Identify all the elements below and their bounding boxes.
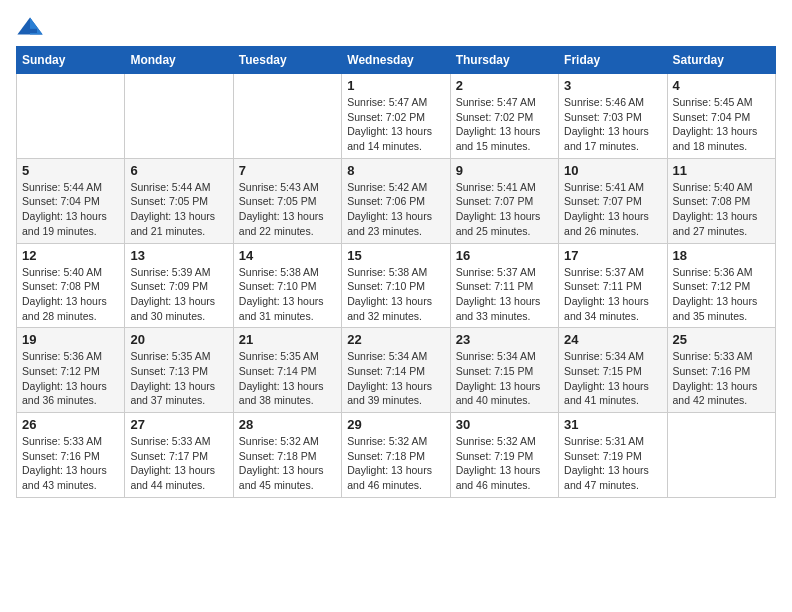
day-info: Sunrise: 5:36 AMSunset: 7:12 PMDaylight:… — [22, 349, 119, 408]
day-info: Sunrise: 5:33 AMSunset: 7:16 PMDaylight:… — [22, 434, 119, 493]
day-info: Sunrise: 5:39 AMSunset: 7:09 PMDaylight:… — [130, 265, 227, 324]
week-row-4: 19Sunrise: 5:36 AMSunset: 7:12 PMDayligh… — [17, 328, 776, 413]
day-info: Sunrise: 5:37 AMSunset: 7:11 PMDaylight:… — [564, 265, 661, 324]
calendar-cell: 26Sunrise: 5:33 AMSunset: 7:16 PMDayligh… — [17, 413, 125, 498]
day-info: Sunrise: 5:37 AMSunset: 7:11 PMDaylight:… — [456, 265, 553, 324]
day-number: 16 — [456, 248, 553, 263]
page-header — [16, 16, 776, 36]
day-info: Sunrise: 5:35 AMSunset: 7:13 PMDaylight:… — [130, 349, 227, 408]
calendar-cell: 19Sunrise: 5:36 AMSunset: 7:12 PMDayligh… — [17, 328, 125, 413]
calendar-cell: 9Sunrise: 5:41 AMSunset: 7:07 PMDaylight… — [450, 158, 558, 243]
day-number: 27 — [130, 417, 227, 432]
day-number: 28 — [239, 417, 336, 432]
weekday-header-friday: Friday — [559, 47, 667, 74]
calendar-cell: 17Sunrise: 5:37 AMSunset: 7:11 PMDayligh… — [559, 243, 667, 328]
calendar-cell: 31Sunrise: 5:31 AMSunset: 7:19 PMDayligh… — [559, 413, 667, 498]
calendar-cell: 1Sunrise: 5:47 AMSunset: 7:02 PMDaylight… — [342, 74, 450, 159]
logo — [16, 16, 46, 36]
day-number: 9 — [456, 163, 553, 178]
calendar-cell: 23Sunrise: 5:34 AMSunset: 7:15 PMDayligh… — [450, 328, 558, 413]
day-info: Sunrise: 5:44 AMSunset: 7:05 PMDaylight:… — [130, 180, 227, 239]
calendar-cell: 4Sunrise: 5:45 AMSunset: 7:04 PMDaylight… — [667, 74, 775, 159]
day-info: Sunrise: 5:45 AMSunset: 7:04 PMDaylight:… — [673, 95, 770, 154]
day-number: 5 — [22, 163, 119, 178]
calendar-cell: 15Sunrise: 5:38 AMSunset: 7:10 PMDayligh… — [342, 243, 450, 328]
calendar-cell: 30Sunrise: 5:32 AMSunset: 7:19 PMDayligh… — [450, 413, 558, 498]
calendar-cell: 12Sunrise: 5:40 AMSunset: 7:08 PMDayligh… — [17, 243, 125, 328]
calendar-cell: 16Sunrise: 5:37 AMSunset: 7:11 PMDayligh… — [450, 243, 558, 328]
day-number: 1 — [347, 78, 444, 93]
day-info: Sunrise: 5:44 AMSunset: 7:04 PMDaylight:… — [22, 180, 119, 239]
calendar-cell — [233, 74, 341, 159]
calendar-cell: 28Sunrise: 5:32 AMSunset: 7:18 PMDayligh… — [233, 413, 341, 498]
week-row-2: 5Sunrise: 5:44 AMSunset: 7:04 PMDaylight… — [17, 158, 776, 243]
calendar-cell: 3Sunrise: 5:46 AMSunset: 7:03 PMDaylight… — [559, 74, 667, 159]
calendar-cell: 20Sunrise: 5:35 AMSunset: 7:13 PMDayligh… — [125, 328, 233, 413]
day-number: 7 — [239, 163, 336, 178]
day-number: 31 — [564, 417, 661, 432]
day-info: Sunrise: 5:43 AMSunset: 7:05 PMDaylight:… — [239, 180, 336, 239]
day-number: 24 — [564, 332, 661, 347]
day-info: Sunrise: 5:38 AMSunset: 7:10 PMDaylight:… — [239, 265, 336, 324]
calendar-table: SundayMondayTuesdayWednesdayThursdayFrid… — [16, 46, 776, 498]
day-info: Sunrise: 5:38 AMSunset: 7:10 PMDaylight:… — [347, 265, 444, 324]
day-number: 2 — [456, 78, 553, 93]
calendar-cell: 14Sunrise: 5:38 AMSunset: 7:10 PMDayligh… — [233, 243, 341, 328]
calendar-cell: 2Sunrise: 5:47 AMSunset: 7:02 PMDaylight… — [450, 74, 558, 159]
day-info: Sunrise: 5:41 AMSunset: 7:07 PMDaylight:… — [564, 180, 661, 239]
calendar-cell: 8Sunrise: 5:42 AMSunset: 7:06 PMDaylight… — [342, 158, 450, 243]
weekday-header-row: SundayMondayTuesdayWednesdayThursdayFrid… — [17, 47, 776, 74]
day-info: Sunrise: 5:33 AMSunset: 7:17 PMDaylight:… — [130, 434, 227, 493]
week-row-5: 26Sunrise: 5:33 AMSunset: 7:16 PMDayligh… — [17, 413, 776, 498]
day-number: 17 — [564, 248, 661, 263]
day-number: 3 — [564, 78, 661, 93]
calendar-cell: 25Sunrise: 5:33 AMSunset: 7:16 PMDayligh… — [667, 328, 775, 413]
calendar-cell: 6Sunrise: 5:44 AMSunset: 7:05 PMDaylight… — [125, 158, 233, 243]
day-info: Sunrise: 5:32 AMSunset: 7:18 PMDaylight:… — [347, 434, 444, 493]
day-info: Sunrise: 5:42 AMSunset: 7:06 PMDaylight:… — [347, 180, 444, 239]
calendar-cell: 22Sunrise: 5:34 AMSunset: 7:14 PMDayligh… — [342, 328, 450, 413]
day-info: Sunrise: 5:40 AMSunset: 7:08 PMDaylight:… — [673, 180, 770, 239]
day-info: Sunrise: 5:34 AMSunset: 7:14 PMDaylight:… — [347, 349, 444, 408]
day-info: Sunrise: 5:36 AMSunset: 7:12 PMDaylight:… — [673, 265, 770, 324]
weekday-header-saturday: Saturday — [667, 47, 775, 74]
day-number: 20 — [130, 332, 227, 347]
calendar-cell: 10Sunrise: 5:41 AMSunset: 7:07 PMDayligh… — [559, 158, 667, 243]
calendar-cell: 11Sunrise: 5:40 AMSunset: 7:08 PMDayligh… — [667, 158, 775, 243]
day-number: 30 — [456, 417, 553, 432]
calendar-cell: 29Sunrise: 5:32 AMSunset: 7:18 PMDayligh… — [342, 413, 450, 498]
day-info: Sunrise: 5:40 AMSunset: 7:08 PMDaylight:… — [22, 265, 119, 324]
day-number: 6 — [130, 163, 227, 178]
day-number: 4 — [673, 78, 770, 93]
day-number: 15 — [347, 248, 444, 263]
weekday-header-sunday: Sunday — [17, 47, 125, 74]
weekday-header-wednesday: Wednesday — [342, 47, 450, 74]
day-info: Sunrise: 5:47 AMSunset: 7:02 PMDaylight:… — [347, 95, 444, 154]
calendar-cell: 24Sunrise: 5:34 AMSunset: 7:15 PMDayligh… — [559, 328, 667, 413]
day-number: 26 — [22, 417, 119, 432]
weekday-header-thursday: Thursday — [450, 47, 558, 74]
day-info: Sunrise: 5:32 AMSunset: 7:18 PMDaylight:… — [239, 434, 336, 493]
week-row-1: 1Sunrise: 5:47 AMSunset: 7:02 PMDaylight… — [17, 74, 776, 159]
day-number: 23 — [456, 332, 553, 347]
day-number: 11 — [673, 163, 770, 178]
day-number: 14 — [239, 248, 336, 263]
day-number: 29 — [347, 417, 444, 432]
day-number: 19 — [22, 332, 119, 347]
day-info: Sunrise: 5:34 AMSunset: 7:15 PMDaylight:… — [564, 349, 661, 408]
calendar-cell: 13Sunrise: 5:39 AMSunset: 7:09 PMDayligh… — [125, 243, 233, 328]
day-info: Sunrise: 5:33 AMSunset: 7:16 PMDaylight:… — [673, 349, 770, 408]
day-number: 13 — [130, 248, 227, 263]
calendar-cell: 21Sunrise: 5:35 AMSunset: 7:14 PMDayligh… — [233, 328, 341, 413]
day-info: Sunrise: 5:35 AMSunset: 7:14 PMDaylight:… — [239, 349, 336, 408]
weekday-header-tuesday: Tuesday — [233, 47, 341, 74]
day-info: Sunrise: 5:34 AMSunset: 7:15 PMDaylight:… — [456, 349, 553, 408]
calendar-cell: 5Sunrise: 5:44 AMSunset: 7:04 PMDaylight… — [17, 158, 125, 243]
week-row-3: 12Sunrise: 5:40 AMSunset: 7:08 PMDayligh… — [17, 243, 776, 328]
day-number: 25 — [673, 332, 770, 347]
calendar-cell: 27Sunrise: 5:33 AMSunset: 7:17 PMDayligh… — [125, 413, 233, 498]
svg-rect-2 — [23, 29, 37, 33]
day-info: Sunrise: 5:32 AMSunset: 7:19 PMDaylight:… — [456, 434, 553, 493]
calendar-cell: 18Sunrise: 5:36 AMSunset: 7:12 PMDayligh… — [667, 243, 775, 328]
calendar-cell — [125, 74, 233, 159]
